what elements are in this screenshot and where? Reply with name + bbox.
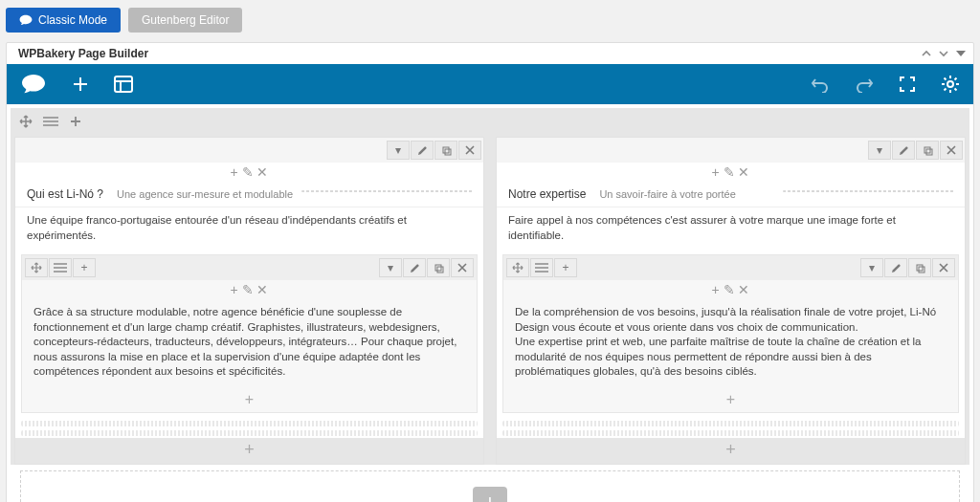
row-layout-icon[interactable] (530, 258, 553, 277)
close-icon[interactable] (932, 258, 955, 277)
undo-icon[interactable] (811, 76, 830, 93)
row-layout-icon[interactable] (39, 112, 62, 131)
classic-mode-label: Classic Mode (38, 13, 107, 27)
row-layout-icon[interactable] (49, 258, 72, 277)
pencil-icon[interactable] (411, 141, 434, 160)
gutenberg-button[interactable]: Gutenberg Editor (128, 8, 242, 33)
add-row-area: + (20, 470, 960, 502)
columns-wrap: · ▾ + ✎ ✕ Qui est Li-Nó ? Une agence sur… (11, 135, 969, 465)
column-more-icon[interactable]: ▾ (868, 141, 891, 160)
element-controls[interactable]: + ✎ ✕ (22, 280, 477, 299)
column-1: · ▾ + ✎ ✕ Qui est Li-Nó ? Une agence sur… (14, 137, 484, 465)
add-column-icon[interactable]: + (73, 258, 96, 277)
panel-title: WPBakery Page Builder (18, 47, 148, 60)
builder-toolbar (7, 64, 973, 104)
gutenberg-label: Gutenberg Editor (142, 13, 229, 27)
svg-rect-9 (919, 267, 924, 273)
svg-rect-6 (924, 147, 930, 153)
element-controls[interactable]: + ✎ ✕ (503, 280, 958, 299)
svg-point-1 (947, 81, 953, 87)
svg-rect-5 (437, 267, 443, 273)
svg-rect-0 (115, 76, 132, 92)
drag-row-icon[interactable] (506, 258, 529, 277)
intro-text[interactable]: Faire appel à nos compétences c'est assu… (497, 207, 965, 251)
pencil-icon[interactable] (884, 258, 907, 277)
gear-icon[interactable] (941, 75, 960, 94)
divider-icon (783, 190, 955, 192)
inner-row: + ▾ + ✎ ✕ Grâce à sa structure modulable… (21, 254, 478, 413)
wpbakery-panel: WPBakery Page Builder (6, 42, 974, 502)
separator-element[interactable] (21, 430, 478, 436)
body-text[interactable]: Grâce à sa structure modulable, notre ag… (22, 299, 477, 387)
separator-element[interactable] (502, 421, 959, 426)
panel-menu-icon[interactable] (956, 51, 966, 56)
intro-text[interactable]: Une équipe franco-portugaise entourée d'… (15, 207, 483, 251)
drag-row-icon[interactable] (14, 112, 37, 131)
separator-element[interactable] (21, 421, 478, 426)
close-icon[interactable] (451, 258, 474, 277)
column-2: · ▾ + ✎ ✕ Notre expertise Un savoir-fair… (496, 137, 966, 465)
add-element-icon[interactable]: + (503, 387, 958, 412)
heading-subtitle: Une agence sur-mesure et modulable (117, 188, 293, 200)
fullscreen-icon[interactable] (899, 76, 916, 93)
add-element-icon[interactable]: + (15, 438, 483, 464)
svg-rect-4 (435, 265, 441, 271)
svg-rect-3 (445, 149, 451, 155)
heading-element[interactable]: Qui est Li-Nó ? Une agence sur-mesure et… (15, 182, 483, 207)
element-controls[interactable]: + ✎ ✕ (497, 163, 965, 182)
close-icon[interactable] (940, 141, 963, 160)
redo-icon[interactable] (855, 76, 874, 93)
add-element-icon[interactable] (72, 76, 89, 93)
svg-rect-2 (443, 147, 449, 153)
add-element-icon[interactable]: + (497, 438, 965, 464)
drag-row-icon[interactable] (25, 258, 48, 277)
element-controls[interactable]: + ✎ ✕ (15, 163, 483, 182)
classic-mode-button[interactable]: Classic Mode (6, 8, 121, 33)
inner-row: + ▾ + ✎ ✕ De la compréhension de vos bes… (502, 254, 959, 413)
clone-icon[interactable] (427, 258, 450, 277)
pencil-icon[interactable] (403, 258, 426, 277)
heading-title: Notre expertise (508, 187, 586, 201)
add-column-icon[interactable]: + (554, 258, 577, 277)
heading-subtitle: Un savoir-faire à votre portée (599, 188, 735, 200)
clone-icon[interactable] (434, 141, 457, 160)
svg-rect-7 (926, 149, 932, 155)
add-element-icon[interactable]: + (22, 387, 477, 412)
chevron-up-icon[interactable] (922, 49, 931, 58)
add-column-icon[interactable] (64, 112, 87, 131)
speech-bubble-icon (19, 14, 33, 26)
heading-element[interactable]: Notre expertise Un savoir-faire à votre … (497, 182, 965, 207)
column-more-icon[interactable]: ▾ (387, 141, 410, 160)
row-controls (11, 108, 969, 135)
chevron-down-icon[interactable] (939, 49, 948, 58)
panel-header: WPBakery Page Builder (7, 43, 973, 64)
divider-icon (301, 190, 474, 192)
column-more-icon[interactable]: ▾ (860, 258, 883, 277)
separator-element[interactable] (502, 430, 959, 436)
add-row-button[interactable]: + (473, 487, 507, 502)
clone-icon[interactable] (908, 258, 931, 277)
column-more-icon[interactable]: ▾ (379, 258, 402, 277)
body-text[interactable]: De la compréhension de vos besoins, jusq… (503, 299, 958, 387)
pencil-icon[interactable] (892, 141, 915, 160)
close-icon[interactable] (458, 141, 481, 160)
svg-rect-8 (917, 265, 923, 271)
heading-title: Qui est Li-Nó ? (27, 187, 103, 201)
clone-icon[interactable] (916, 141, 939, 160)
logo-icon (20, 74, 47, 95)
template-icon[interactable] (114, 76, 133, 93)
